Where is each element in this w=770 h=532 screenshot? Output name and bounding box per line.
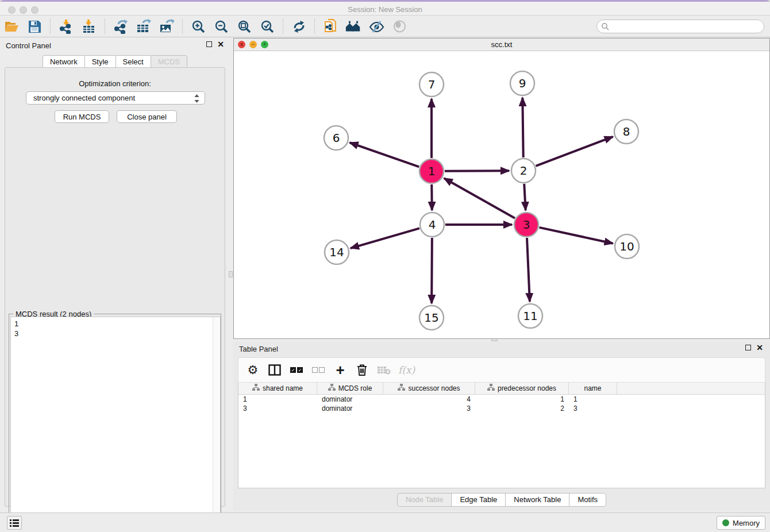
graph-node-11[interactable]: 11 [518,304,542,328]
edge-4-14[interactable] [351,228,419,248]
show-all-icon[interactable] [345,18,362,34]
edge-2-9[interactable] [522,98,523,157]
table-row[interactable]: 1dominator411 [238,395,765,404]
node-label: 10 [619,240,634,253]
graph-node-9[interactable]: 9 [510,71,534,95]
close-panel-button[interactable]: Close panel [117,110,177,123]
edge-3-10[interactable] [539,228,613,244]
graph-node-3[interactable]: 3 [514,213,538,237]
network-canvas[interactable]: 7968124314101511 [234,51,769,338]
edge-1-6[interactable] [350,142,419,167]
column-header-shared-name[interactable]: shared name [238,383,317,394]
column-header-predecessor-nodes[interactable]: predecessor nodes [475,383,569,394]
float-table-panel-icon[interactable] [745,345,751,350]
table-cell[interactable]: 3 [238,404,317,413]
table-row[interactable]: 3dominator323 [238,404,765,413]
node-label: 3 [523,218,530,232]
control-panel-body: Optimization criterion: strongly connect… [5,67,225,507]
delete-rows-icon[interactable] [355,363,369,377]
close-panel-icon[interactable]: ✕ [217,41,224,47]
import-network-icon[interactable] [57,18,75,34]
graph-node-1[interactable]: 1 [419,159,444,183]
table-cell[interactable]: 4 [383,395,475,404]
toolbar-separator [105,19,105,34]
table-cell[interactable]: 1 [475,395,569,404]
graph-node-15[interactable]: 15 [419,306,444,330]
deselect-all-icon[interactable] [311,363,326,377]
show-columns-icon[interactable] [267,363,282,377]
zoom-fit-icon[interactable] [236,18,253,34]
mcds-result-values: 1 3 [11,317,220,340]
table-tab-node-table[interactable]: Node Table [397,493,452,507]
window-titlebar: Session: New Session [0,0,770,16]
table-tab-network-table[interactable]: Network Table [505,493,569,507]
zoom-in-icon[interactable] [190,18,207,34]
save-session-icon[interactable] [26,18,43,34]
vertical-splitter-handle[interactable] [229,271,233,277]
application-window: Session: New Session [0,0,770,532]
import-table-icon[interactable] [80,18,98,34]
network-view-window: x − + scc.txt 7968124314101511 [233,38,770,339]
table-cell[interactable]: dominator [317,395,383,404]
task-history-button[interactable] [7,516,22,530]
graph-node-10[interactable]: 10 [615,234,639,259]
column-header-MCDS-role[interactable]: MCDS role [317,383,383,394]
edge-3-1[interactable] [444,178,515,218]
clone-network-icon[interactable] [322,18,339,34]
edge-2-8[interactable] [536,137,613,166]
search-input[interactable] [596,20,764,33]
open-file-icon[interactable] [3,18,20,34]
search-icon [601,22,609,33]
graph-node-7[interactable]: 7 [419,72,444,97]
run-mcds-button[interactable]: Run MCDS [55,110,109,123]
edge-4-15[interactable] [432,238,432,303]
graph-node-2[interactable]: 2 [511,159,536,183]
table-cell[interactable]: 1 [238,395,317,404]
hierarchy-icon [487,384,495,393]
node-label: 1 [428,164,436,178]
graph-node-4[interactable]: 4 [420,213,444,237]
table-tab-motifs[interactable]: Motifs [569,493,606,507]
show-hidden-icon[interactable] [391,18,408,34]
node-label: 14 [329,245,344,259]
table-tab-edge-table[interactable]: Edge Table [451,493,505,507]
float-panel-icon[interactable] [206,41,212,47]
hide-selected-icon[interactable] [368,18,385,34]
node-table[interactable]: shared nameMCDS rolesuccessor nodesprede… [238,383,765,488]
table-cell[interactable]: 3 [383,404,475,413]
table-cell[interactable]: dominator [317,404,383,413]
table-cell[interactable]: 3 [569,404,617,413]
result-scrollbar[interactable] [213,317,220,527]
column-header-successor-nodes[interactable]: successor nodes [383,383,475,394]
network-window-titlebar: x − + scc.txt [234,38,769,51]
mcds-result-group: MCDS result (2 nodes) 1 3 [9,314,221,530]
column-label: successor nodes [408,384,460,392]
close-table-panel-icon[interactable]: ✕ [756,345,763,350]
graph-node-8[interactable]: 8 [614,119,638,144]
edge-3-11[interactable] [527,238,530,302]
memory-button[interactable]: Memory [717,516,765,530]
graph-node-6[interactable]: 6 [324,126,348,150]
table-cell[interactable]: 1 [569,395,617,404]
zoom-out-icon[interactable] [213,18,230,34]
graph-node-14[interactable]: 14 [325,240,349,264]
select-all-icon[interactable]: ✓✓ [289,363,304,377]
table-panel: Table Panel ✕ ⚙ ✓✓ + f(x) shared nameMCD… [233,342,770,511]
toolbar-separator [182,19,183,34]
add-row-icon[interactable]: + [333,363,348,377]
control-panel-title: Control Panel [6,41,51,50]
table-settings-icon[interactable]: ⚙ [245,363,260,377]
export-network-icon[interactable] [112,18,129,34]
export-image-icon[interactable] [158,18,175,34]
mcds-result-textarea[interactable]: 1 3 [10,317,221,528]
hierarchy-icon [252,384,260,393]
column-header-name[interactable]: name [569,383,617,394]
apply-layout-icon[interactable] [290,18,307,34]
zoom-selected-icon[interactable] [259,18,276,34]
export-table-icon[interactable] [135,18,152,34]
optimization-criterion-label: Optimization criterion: [5,79,225,88]
table-cell[interactable]: 2 [475,404,569,413]
optimization-criterion-select[interactable]: strongly connected component [26,91,205,105]
edge-1-2[interactable] [445,171,509,171]
edge-2-3[interactable] [524,184,525,210]
